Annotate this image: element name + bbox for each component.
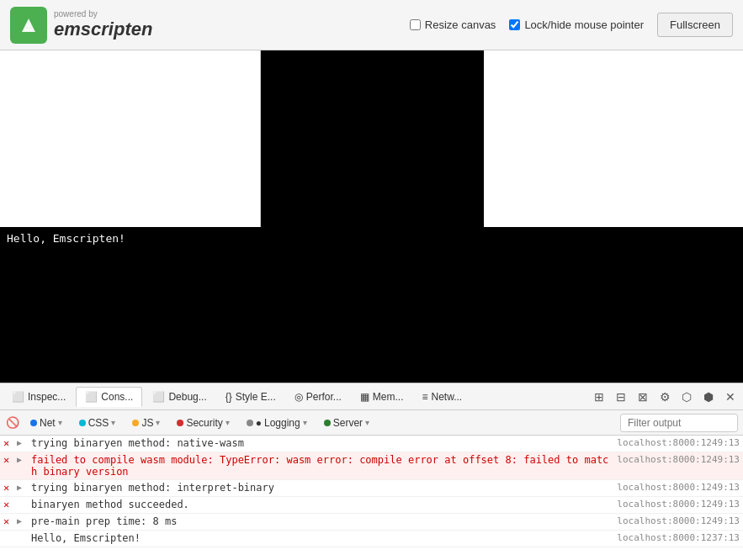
log-source: localhost:8000:1249:13 — [617, 454, 740, 465]
fullscreen-button[interactable]: Fullscreen — [657, 13, 733, 37]
dock-right-button[interactable]: ⊠ — [634, 388, 652, 406]
error-x-icon: ✕ — [3, 499, 15, 510]
css-dot — [79, 420, 86, 426]
security-chevron-icon: ▾ — [226, 418, 230, 427]
filter-server-label: Server — [333, 417, 363, 429]
error-x-icon: ✕ — [3, 454, 15, 466]
log-row: ✕ ▶ Hello, Emscripten! localhost:8000:12… — [0, 531, 743, 547]
perf-icon: ◎ — [295, 391, 303, 403]
log-row: ✕ ▶ trying binaryen method: native-wasm … — [0, 436, 743, 452]
tab-console[interactable]: ⬜ Cons... — [76, 387, 142, 407]
expand-icon[interactable]: ▶ — [17, 482, 29, 492]
filter-security-label: Security — [186, 417, 222, 429]
svg-point-3 — [26, 23, 31, 28]
logo-text-area: powered by emscripten — [54, 9, 152, 40]
layout-button[interactable]: ⬡ — [677, 388, 696, 406]
tab-mem-label: Mem... — [373, 391, 404, 403]
console-icon: ⬜ — [85, 391, 98, 403]
expand-icon[interactable]: ▶ — [17, 437, 29, 447]
log-text: trying binaryen method: native-wasm — [31, 437, 610, 449]
log-text: pre-main prep time: 8 ms — [31, 515, 610, 527]
error-x-icon: ✕ — [3, 437, 15, 449]
expand-button[interactable]: ⬢ — [699, 388, 718, 406]
resize-canvas-checkbox[interactable] — [410, 19, 421, 30]
log-row: ✕ ▶ trying binaryen method: interpret-bi… — [0, 480, 743, 497]
mem-icon: ▦ — [360, 391, 369, 403]
clear-console-button[interactable]: 🚫 — [5, 415, 20, 431]
dock-left-button[interactable]: ⊞ — [590, 388, 608, 406]
style-icon: {} — [226, 391, 232, 403]
tab-inspect[interactable]: ⬜ Inspec... — [3, 388, 74, 406]
resize-canvas-label: Resize canvas — [425, 18, 496, 31]
tab-console-label: Cons... — [101, 391, 133, 403]
server-dot — [324, 420, 331, 426]
error-x-icon: ✕ — [3, 482, 15, 494]
canvas-main — [261, 50, 484, 227]
filter-net-label: Net — [40, 417, 56, 429]
lock-mouse-checkbox[interactable] — [509, 19, 520, 30]
dock-bottom-button[interactable]: ⊟ — [612, 388, 630, 406]
logging-dot — [247, 420, 253, 426]
tab-perf[interactable]: ◎ Perfor... — [286, 388, 350, 406]
canvas-left-panel — [0, 50, 261, 227]
inspect-icon: ⬜ — [12, 391, 24, 403]
controls-area: Resize canvas Lock/hide mouse pointer Fu… — [410, 13, 733, 37]
log-row: ✕ ▶ failed to compile wasm module: TypeE… — [0, 452, 743, 480]
expand-icon[interactable]: ▶ — [17, 454, 29, 464]
filter-tag-logging[interactable]: ● Logging ▾ — [240, 415, 314, 431]
log-source: localhost:8000:1249:13 — [617, 437, 740, 448]
close-devtools-button[interactable]: ✕ — [721, 388, 740, 406]
devtools-panel: ⬜ Inspec... ⬜ Cons... ⬜ Debug... {} Styl… — [0, 383, 743, 560]
logo-area: powered by emscripten — [10, 7, 152, 44]
filter-output-input[interactable] — [620, 414, 738, 432]
output-area: Hello, Emscripten! — [0, 227, 743, 383]
tab-mem[interactable]: ▦ Mem... — [352, 388, 412, 406]
log-source: localhost:8000:1237:13 — [617, 532, 740, 543]
settings-button[interactable]: ⚙ — [655, 388, 674, 406]
css-chevron-icon: ▾ — [111, 418, 115, 427]
tab-style-label: Style E... — [236, 391, 276, 403]
canvas-area — [0, 50, 743, 227]
log-text: binaryen method succeeded. — [31, 499, 610, 510]
tab-debug-label: Debug... — [168, 391, 206, 403]
console-filter-bar: 🚫 Net ▾ CSS ▾ JS ▾ Security ▾ ● Logging … — [0, 410, 743, 436]
tab-perf-label: Perfor... — [306, 391, 342, 403]
log-source: localhost:8000:1249:13 — [617, 515, 740, 526]
logging-chevron-icon: ▾ — [303, 418, 307, 427]
error-x-icon: ✕ — [3, 515, 15, 527]
lock-mouse-label: Lock/hide mouse pointer — [524, 18, 644, 31]
filter-tag-js[interactable]: JS ▾ — [125, 415, 167, 431]
tab-style[interactable]: {} Style E... — [217, 388, 284, 406]
tab-network-label: Netw... — [432, 391, 463, 403]
log-source: localhost:8000:1249:13 — [617, 499, 740, 510]
log-text: Hello, Emscripten! — [31, 532, 610, 544]
tab-debug[interactable]: ⬜ Debug... — [144, 388, 215, 406]
logo-icon — [10, 7, 47, 44]
net-dot — [30, 420, 37, 426]
server-chevron-icon: ▾ — [365, 418, 369, 427]
resize-canvas-control[interactable]: Resize canvas — [410, 18, 496, 31]
filter-logging-label: ● — [256, 417, 262, 429]
output-text: Hello, Emscripten! — [7, 232, 125, 245]
lock-mouse-control[interactable]: Lock/hide mouse pointer — [509, 18, 644, 31]
log-text: trying binaryen method: interpret-binary — [31, 482, 610, 494]
filter-css-label: CSS — [88, 417, 109, 429]
devtools-toolbar: ⬜ Inspec... ⬜ Cons... ⬜ Debug... {} Styl… — [0, 383, 743, 410]
canvas-right-panel — [484, 50, 744, 227]
js-dot — [132, 420, 139, 426]
filter-tag-server[interactable]: Server ▾ — [317, 415, 376, 431]
js-chevron-icon: ▾ — [156, 418, 160, 427]
net-chevron-icon: ▾ — [58, 418, 62, 427]
security-dot — [177, 420, 183, 426]
filter-tag-css[interactable]: CSS ▾ — [72, 415, 123, 431]
brand-name: emscripten — [54, 18, 152, 40]
tab-network[interactable]: ≡ Netw... — [414, 388, 471, 406]
expand-icon[interactable]: ▶ — [17, 515, 29, 526]
top-bar: powered by emscripten Resize canvas Lock… — [0, 0, 743, 50]
filter-tag-security[interactable]: Security ▾ — [170, 415, 236, 431]
log-text: failed to compile wasm module: TypeError… — [31, 454, 610, 478]
filter-tag-net[interactable]: Net ▾ — [24, 415, 69, 431]
tab-inspect-label: Inspec... — [28, 391, 66, 403]
log-source: localhost:8000:1249:13 — [617, 482, 740, 493]
log-row: ✕ ▶ pre-main prep time: 8 ms localhost:8… — [0, 514, 743, 531]
